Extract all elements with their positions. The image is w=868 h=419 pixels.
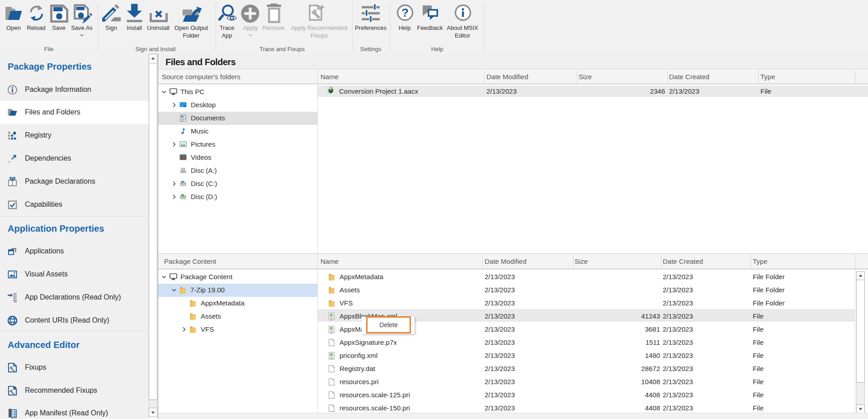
svg-text:?: ? [401,6,409,19]
